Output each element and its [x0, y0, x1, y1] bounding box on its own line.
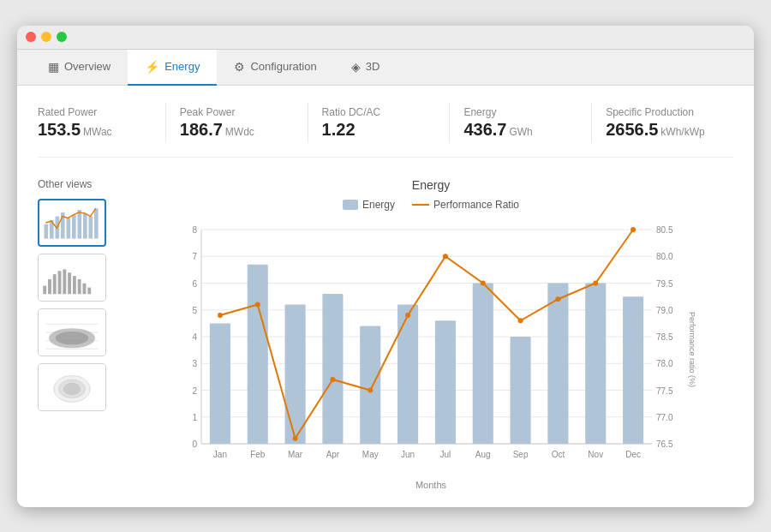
tab-overview-icon: ▦ — [48, 60, 59, 74]
svg-rect-7 — [78, 210, 82, 238]
svg-text:2: 2 — [192, 386, 197, 395]
main-content: Rated Power153.5MWacPeak Power186.7MWdcR… — [17, 86, 754, 507]
svg-point-91 — [255, 302, 260, 307]
svg-rect-6 — [72, 214, 76, 238]
svg-rect-8 — [83, 212, 87, 238]
chart-svg: 01234567876.577.077.578.078.579.079.580.… — [128, 221, 733, 478]
svg-text:Nov: Nov — [588, 450, 603, 459]
svg-point-96 — [443, 254, 448, 259]
svg-text:3: 3 — [192, 359, 197, 368]
svg-text:79.5: 79.5 — [656, 278, 673, 288]
svg-rect-18 — [73, 276, 76, 294]
stat-0-unit: MWac — [83, 126, 112, 138]
tab-configuration-label: Configuration — [250, 60, 316, 73]
svg-text:Jun: Jun — [401, 450, 415, 459]
svg-text:4: 4 — [192, 332, 197, 342]
view-thumbnail-2[interactable] — [38, 254, 106, 302]
svg-text:Jan: Jan — [213, 450, 227, 459]
svg-point-97 — [481, 280, 486, 285]
x-axis-label: Months — [128, 480, 733, 490]
svg-point-90 — [218, 313, 223, 318]
svg-text:Mar: Mar — [288, 450, 303, 459]
chart-area: 01234567876.577.077.578.078.579.079.580.… — [128, 221, 733, 478]
tab-3d-label: 3D — [366, 60, 380, 73]
svg-text:Dec: Dec — [625, 450, 641, 459]
svg-point-101 — [631, 227, 636, 232]
svg-text:7: 7 — [192, 252, 197, 261]
svg-point-28 — [56, 332, 89, 344]
main-window: ▦Overview⚡Energy⚙Configuration◈3D Rated … — [17, 26, 754, 507]
svg-text:Jul: Jul — [440, 450, 451, 459]
svg-point-93 — [330, 377, 335, 382]
svg-rect-68 — [285, 304, 306, 444]
legend-ratio-color — [412, 204, 429, 206]
svg-text:Performance ratio (%): Performance ratio (%) — [688, 311, 696, 386]
svg-text:8: 8 — [192, 225, 197, 235]
tab-energy-icon: ⚡ — [145, 60, 159, 74]
svg-text:Feb: Feb — [250, 450, 266, 459]
svg-point-94 — [368, 387, 373, 392]
svg-text:Aug: Aug — [475, 450, 491, 459]
svg-rect-15 — [58, 271, 62, 294]
maximize-icon[interactable] — [57, 32, 67, 42]
svg-point-98 — [518, 318, 523, 323]
other-views-label: Other views — [38, 178, 115, 190]
view-thumbnail-3[interactable] — [38, 308, 106, 356]
svg-text:May: May — [362, 450, 379, 459]
svg-rect-77 — [623, 296, 643, 444]
stat-4-unit: kWh/kWp — [660, 126, 704, 138]
tab-3d[interactable]: ◈3D — [334, 50, 397, 86]
stat-3: Energy436.7GWh — [450, 103, 592, 143]
main-area: Other views — [38, 178, 733, 490]
svg-point-92 — [293, 435, 298, 440]
stat-3-label: Energy — [463, 106, 577, 118]
view-thumbnail-1[interactable] — [38, 199, 106, 247]
tab-configuration[interactable]: ⚙Configuration — [217, 50, 333, 86]
svg-rect-75 — [547, 283, 568, 444]
svg-text:Apr: Apr — [326, 450, 340, 459]
svg-rect-74 — [511, 337, 531, 444]
svg-text:79.0: 79.0 — [656, 305, 673, 314]
svg-text:76.5: 76.5 — [656, 439, 673, 449]
stat-1-unit: MWdc — [225, 126, 254, 138]
view-thumbnail-4[interactable] — [38, 363, 106, 411]
svg-text:1: 1 — [192, 412, 197, 421]
stat-1-label: Peak Power — [180, 106, 294, 118]
svg-text:78.0: 78.0 — [656, 359, 673, 368]
stat-4-value: 2656.5kWh/kWp — [606, 120, 720, 140]
close-icon[interactable] — [26, 32, 36, 42]
svg-rect-5 — [67, 218, 71, 238]
tab-bar: ▦Overview⚡Energy⚙Configuration◈3D — [17, 50, 754, 86]
svg-rect-70 — [360, 326, 380, 444]
svg-point-95 — [405, 313, 410, 318]
svg-text:Sep: Sep — [513, 450, 529, 459]
svg-text:78.5: 78.5 — [656, 332, 673, 342]
svg-text:77.0: 77.0 — [656, 412, 673, 421]
svg-rect-1 — [45, 224, 49, 238]
legend-energy-label: Energy — [362, 199, 395, 211]
minimize-icon[interactable] — [41, 32, 51, 42]
svg-rect-66 — [210, 323, 230, 444]
svg-rect-16 — [63, 269, 66, 294]
svg-rect-73 — [473, 283, 493, 444]
chart-title: Energy — [128, 178, 733, 192]
svg-rect-17 — [68, 272, 71, 294]
tab-overview[interactable]: ▦Overview — [31, 50, 128, 86]
legend-energy: Energy — [343, 199, 395, 211]
stat-4: Specific Production2656.5kWh/kWp — [592, 103, 733, 143]
svg-rect-69 — [322, 294, 343, 444]
svg-rect-19 — [78, 278, 81, 293]
svg-text:80.0: 80.0 — [656, 252, 673, 261]
stat-0: Rated Power153.5MWac — [38, 103, 166, 143]
svg-text:5: 5 — [192, 305, 197, 314]
legend-energy-color — [343, 200, 358, 210]
stat-2: Ratio DC/AC1.22 — [308, 103, 451, 143]
tab-energy[interactable]: ⚡Energy — [128, 50, 217, 86]
tab-overview-label: Overview — [64, 60, 111, 73]
stat-2-label: Ratio DC/AC — [322, 106, 436, 118]
stat-3-unit: GWh — [509, 126, 532, 138]
svg-rect-20 — [83, 283, 87, 294]
stat-0-value: 153.5MWac — [38, 120, 152, 140]
stat-0-label: Rated Power — [38, 106, 152, 118]
svg-text:Oct: Oct — [552, 450, 565, 459]
